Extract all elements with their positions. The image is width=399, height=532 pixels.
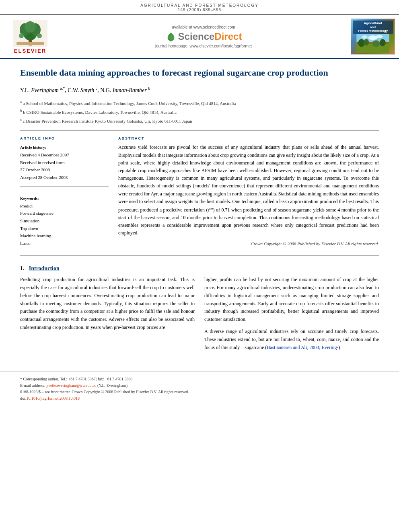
affil-a: a a School of Mathematics, Physics and I… <box>20 99 379 107</box>
intro-left-text: Predicting crop production for agricultu… <box>20 276 195 332</box>
affiliations: a a School of Mathematics, Physics and I… <box>20 99 379 125</box>
author-everingham: Y.L. Everingham <box>20 87 59 93</box>
author-sup-c: c <box>96 86 97 90</box>
affil-b: b b CSIRO Sustainable Ecosystems, Davies… <box>20 108 379 116</box>
divider-keywords <box>20 186 109 187</box>
author-smyth: C.W. Smyth <box>68 87 94 93</box>
article-info-label: ARTICLE INFO <box>20 136 109 140</box>
keyword-0: Predict <box>20 202 109 210</box>
citation-link: Bastiaanssen and Ali, 2003; Evering- <box>267 345 338 350</box>
doi-value: 10.1016/j.agrformet.2008.10.018 <box>27 396 80 401</box>
authors-line: Y.L. Everingham a,*, C.W. Smyth c, N.G. … <box>20 85 379 95</box>
page-footer: * Corresponding author. Tel.: +61 7 4781… <box>0 372 399 408</box>
svg-point-18 <box>362 35 368 39</box>
svg-point-7 <box>37 33 42 38</box>
abstract-copyright: Crown Copyright © 2008 Published by Else… <box>118 240 379 248</box>
doi-line: doi:10.1016/j.agrformet.2008.10.018 <box>20 395 379 402</box>
section-title: Introduction <box>29 265 60 271</box>
intro-left-col: Predicting crop production for agricultu… <box>20 276 195 355</box>
email-line: E-mail address: yvette.everingham@jcu.ed… <box>20 382 379 389</box>
intro-right-text: higher, profits can be lost by not secur… <box>204 276 379 351</box>
article-history: Article history: Received 4 December 200… <box>20 144 109 181</box>
abstract-text: Accurate yield forecasts are pivotal for… <box>118 144 379 247</box>
page: AGRICULTURAL AND FOREST METEOROLOGY 149 … <box>0 0 399 532</box>
cover-illustration <box>353 34 393 53</box>
svg-point-15 <box>380 39 386 46</box>
svg-rect-8 <box>16 42 44 45</box>
author-inman-bamber: N.G. Inman-Bamber <box>100 87 147 93</box>
main-content: Ensemble data mining approaches to forec… <box>0 59 399 364</box>
received-date: Received 4 December 2007 <box>20 151 109 159</box>
svg-point-6 <box>19 33 24 38</box>
affil-sup-c: c <box>20 117 22 121</box>
journal-name: AGRICULTURAL AND FOREST METEOROLOGY <box>8 3 391 8</box>
elsevier-logo: ELSEVIER <box>4 20 56 54</box>
sd-logo-row: Science Direct <box>165 31 242 42</box>
article-info-column: ARTICLE INFO Article history: Received 4… <box>20 136 109 247</box>
author-sup-b: b <box>148 86 150 90</box>
intro-right-para-2: A diverse range of agricultural industri… <box>204 328 379 351</box>
keyword-2: Simulation <box>20 217 109 225</box>
revised-date: 27 October 2008 <box>20 166 109 174</box>
accepted-date: Accepted 28 October 2008 <box>20 174 109 181</box>
keywords-label: Keywords: <box>20 196 39 201</box>
svg-point-13 <box>364 39 369 45</box>
journal-homepage: journal homepage: www.elsevier.com/locat… <box>155 44 252 48</box>
intro-right-para: higher, profits can be lost by not secur… <box>204 276 379 324</box>
keywords-section: Keywords: Predict Forward stagewise Simu… <box>20 195 109 247</box>
intro-heading: 1. Introduction <box>20 265 379 272</box>
sd-direct-text: Direct <box>214 31 242 42</box>
issn-line: 0168-1923/$ – see front matter. Crown Co… <box>20 389 379 395</box>
sd-leaf-icon <box>165 31 177 42</box>
info-abstract-columns: ARTICLE INFO Article history: Received 4… <box>20 136 379 247</box>
header-logos: ELSEVIER available at www.sciencedirect.… <box>0 15 399 59</box>
r-superscript: oo <box>210 206 213 210</box>
keywords-block: Keywords: Predict Forward stagewise Simu… <box>20 195 109 247</box>
elsevier-label: ELSEVIER <box>14 48 46 54</box>
svg-point-14 <box>372 40 380 47</box>
sd-science-text: Science <box>178 31 215 42</box>
email-suffix: (Y.L. Everingham). <box>97 383 129 388</box>
article-title: Ensemble data mining approaches to forec… <box>20 67 379 79</box>
email-label: E-mail address: <box>20 383 45 388</box>
journal-header: AGRICULTURAL AND FOREST METEOROLOGY 149 … <box>0 0 399 15</box>
divider-1 <box>20 130 379 131</box>
email-address: yvette.everingham@jcu.edu.au <box>46 383 96 388</box>
elsevier-tree-icon <box>13 20 47 47</box>
abstract-column: ABSTRACT Accurate yield forecasts are pi… <box>118 136 379 247</box>
sciencedirect-section: available at www.sciencedirect.com Scien… <box>56 25 351 48</box>
keyword-1: Forward stagewise <box>20 210 109 217</box>
abstract-paragraph: Accurate yield forecasts are pivotal for… <box>118 144 379 237</box>
svg-point-17 <box>376 35 383 38</box>
sd-available-text: available at www.sciencedirect.com <box>172 25 235 29</box>
footer-notes: * Corresponding author. Tel.: +61 7 4781… <box>20 376 379 402</box>
corresponding-note: * Corresponding author. Tel.: +61 7 4781… <box>20 376 379 382</box>
journal-volume: 149 (2009) 689–696 <box>8 8 391 12</box>
keyword-5: Lasso <box>20 240 109 247</box>
section-number: 1. <box>20 265 25 271</box>
introduction-section: 1. Introduction Predicting crop producti… <box>20 265 379 355</box>
affil-sup-b: b <box>20 109 22 113</box>
intro-columns: Predicting crop production for agricultu… <box>20 276 379 355</box>
affil-sup-a: a <box>20 100 22 104</box>
svg-point-12 <box>358 39 364 47</box>
sciencedirect-logo: available at www.sciencedirect.com Scien… <box>56 25 351 48</box>
svg-point-16 <box>368 35 378 40</box>
journal-cover-image: Agricultural and Forest Meteorology <box>351 18 395 55</box>
doi-label: doi: <box>20 396 27 401</box>
abstract-label: ABSTRACT <box>118 136 379 140</box>
history-label: Article history: <box>20 145 46 150</box>
keyword-3: Top-down <box>20 225 109 232</box>
intro-right-col: higher, profits can be lost by not secur… <box>204 276 379 355</box>
svg-point-5 <box>25 21 36 33</box>
keyword-4: Machine learning <box>20 232 109 240</box>
cover-title: Agricultural and Forest Meteorology <box>353 21 393 34</box>
affil-c: c c Disaster Prevention Research Institu… <box>20 117 379 125</box>
divider-2 <box>20 255 379 256</box>
author-sup-a: a,* <box>60 86 65 90</box>
revised-label: Received in revised form <box>20 159 109 166</box>
